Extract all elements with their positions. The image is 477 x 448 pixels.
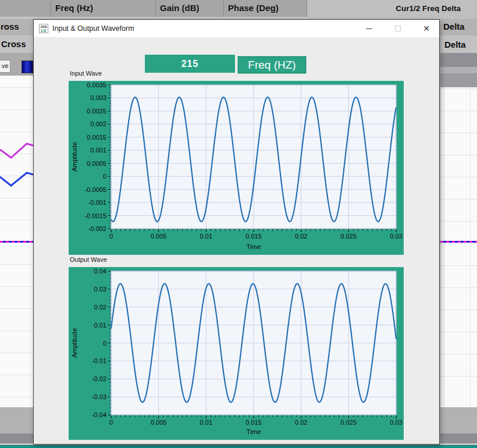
x-tick-label: 0.03 — [390, 233, 402, 240]
x-tick-label: 0.01 — [200, 233, 212, 240]
y-tick-label: 0.002 — [90, 120, 106, 127]
dialog-title: Input & Output Waveform — [52, 24, 134, 33]
background-row-delta-1: Delta — [440, 19, 477, 35]
y-axis-title: Amplitude — [71, 142, 78, 172]
x-tick-label: 0.025 — [341, 419, 357, 426]
background-plot-right — [440, 87, 477, 407]
x-tick-label: 0.015 — [245, 419, 262, 426]
table-header-corner — [0, 0, 51, 17]
background-row-cross-2: Cross — [0, 35, 33, 53]
maximize-button[interactable] — [389, 20, 407, 37]
y-tick-label: 0.02 — [94, 304, 106, 311]
y-tick-label: 0.0005 — [87, 160, 106, 167]
table-header-phase: Phase (Deg) — [224, 0, 307, 17]
y-tick-label: 0.04 — [94, 268, 106, 275]
x-axis-title: Time — [246, 428, 261, 435]
background-row-cross-1: ross — [0, 19, 33, 35]
y-tick-label: 0.03 — [94, 286, 106, 293]
x-tick-label: 0 — [109, 419, 113, 426]
color-ramp-box — [22, 61, 33, 73]
magenta-curve — [0, 144, 33, 158]
background-band — [440, 433, 477, 443]
y-tick-label: 0.0015 — [87, 134, 106, 141]
y-tick-label: 0 — [103, 173, 106, 180]
y-tick-label: -0.001 — [88, 199, 106, 206]
y-tick-label: 0.01 — [94, 322, 106, 329]
background-row-delta-2: Delta — [440, 35, 477, 53]
y-tick-label: -0.04 — [92, 411, 106, 418]
partial-save-button[interactable]: ve — [0, 60, 10, 73]
x-tick-label: 0.03 — [390, 419, 402, 426]
x-tick-label: 0.005 — [151, 419, 167, 426]
output-wave-chart: 00.0050.010.0150.020.0250.030.040.030.02… — [69, 267, 404, 440]
background-band — [440, 67, 477, 73]
labview-icon: 2009 LV — [39, 24, 48, 33]
background-band — [440, 73, 477, 87]
x-tick-label: 0.025 — [341, 233, 357, 240]
y-tick-label: 0.0035 — [87, 81, 106, 88]
input-wave-chart: 00.0050.010.0150.020.0250.030.00350.0030… — [69, 81, 404, 255]
y-tick-label: 0.001 — [90, 147, 106, 154]
background-band — [440, 407, 477, 433]
y-tick-label: -0.002 — [88, 225, 106, 232]
close-icon: ✕ — [423, 24, 430, 33]
table-header-row: Freq (Hz) Gain (dB) Phase (Deg) — [0, 0, 307, 17]
x-tick-label: 0.005 — [151, 233, 167, 240]
input-wave-plot: 00.0050.010.0150.020.0250.030.00350.0030… — [69, 81, 404, 255]
frequency-value-indicator: 215 — [145, 55, 235, 73]
x-tick-label: 0.01 — [200, 419, 212, 426]
x-tick-label: 0.02 — [295, 233, 307, 240]
screen: Freq (Hz) Gain (dB) Phase (Deg) Cur1/2 F… — [0, 0, 477, 448]
background-band — [0, 433, 33, 443]
taskbar-edge — [0, 445, 477, 448]
maximize-icon — [395, 26, 401, 31]
y-tick-label: -0.0005 — [85, 186, 106, 193]
y-axis-title: Amplitude — [71, 328, 78, 358]
y-tick-label: 0 — [103, 340, 106, 347]
svg-text:LV: LV — [41, 28, 46, 33]
close-button[interactable]: ✕ — [418, 20, 435, 37]
cursor-dashed-line-left — [0, 241, 33, 243]
cursor-dashed-line-right — [440, 241, 477, 243]
cur-freq-delta-label: Cur1/2 Freq Delta — [307, 0, 477, 19]
y-tick-label: -0.02 — [92, 375, 106, 382]
y-tick-label: -0.01 — [92, 357, 106, 364]
x-tick-label: 0.02 — [295, 419, 307, 426]
output-wave-plot: 00.0050.010.0150.020.0250.030.040.030.02… — [69, 267, 404, 440]
minimize-button[interactable] — [360, 20, 378, 37]
output-chart-title: Output Wave — [70, 256, 107, 263]
input-chart-title: Input Wave — [70, 70, 102, 77]
background-band — [0, 407, 33, 433]
minimize-icon — [366, 29, 372, 29]
x-tick-label: 0.015 — [245, 233, 262, 240]
y-tick-label: 0.0025 — [87, 108, 106, 115]
x-tick-label: 0 — [109, 233, 113, 240]
background-curves — [0, 140, 33, 195]
y-tick-label: -0.03 — [92, 393, 106, 400]
dialog-titlebar[interactable]: 2009 LV Input & Output Waveform ✕ — [34, 20, 439, 37]
frequency-unit-label: Freq (HZ) — [237, 56, 307, 74]
y-tick-label: -0.0015 — [85, 212, 106, 219]
y-tick-label: 0.003 — [90, 94, 106, 101]
waveform-dialog: 2009 LV Input & Output Waveform ✕ 215 Fr… — [33, 19, 440, 445]
background-band — [440, 53, 477, 67]
x-axis-title: Time — [246, 243, 261, 250]
blue-curve — [0, 173, 33, 186]
table-header-freq: Freq (Hz) — [51, 0, 156, 17]
table-header-gain: Gain (dB) — [156, 0, 224, 17]
